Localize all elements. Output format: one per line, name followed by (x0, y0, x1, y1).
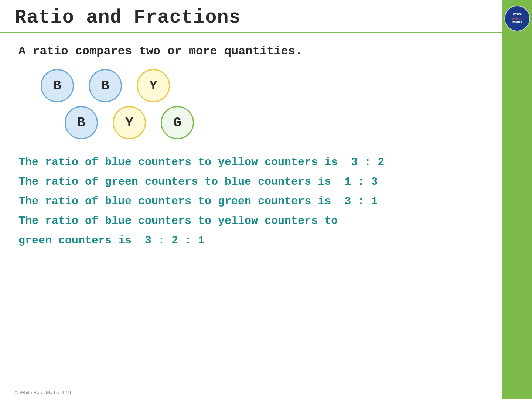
page-title: Ratio and Fractions (15, 7, 241, 28)
ratio-line-2: The ratio of green counters to blue coun… (18, 174, 484, 190)
counters-row-1: B B Y (41, 69, 484, 102)
header: Ratio and Fractions (0, 0, 502, 33)
ratio-line-5: green counters is 3 : 2 : 1 (18, 232, 484, 249)
counter-b3: B (65, 106, 98, 139)
logo-white-text: White (513, 13, 522, 16)
logo-maths-text: Maths (512, 21, 522, 24)
footer: © White Rose Maths 2019 (0, 386, 502, 399)
counter-b1: B (41, 69, 74, 102)
logo: White R⚘se Maths (504, 6, 530, 31)
sidebar-strip: White R⚘se Maths (502, 0, 532, 399)
copyright: © White Rose Maths 2019 (15, 390, 71, 395)
main-content: Ratio and Fractions A ratio compares two… (0, 0, 502, 399)
content-area: A ratio compares two or more quantities.… (0, 33, 502, 386)
counter-g1: G (161, 106, 194, 139)
ratio-lines: The ratio of blue counters to yellow cou… (18, 154, 484, 249)
ratio-line-4: The ratio of blue counters to yellow cou… (18, 213, 484, 229)
ratio-line-1: The ratio of blue counters to yellow cou… (18, 154, 484, 171)
counter-b2: B (89, 69, 122, 102)
counter-y1: Y (137, 69, 170, 102)
counters-area: B B Y B Y G (18, 69, 484, 139)
counters-row-2: B Y G (41, 106, 484, 139)
counter-y2: Y (113, 106, 146, 139)
ratio-line-3: The ratio of blue counters to green coun… (18, 193, 484, 210)
intro-text: A ratio compares two or more quantities. (18, 44, 484, 58)
